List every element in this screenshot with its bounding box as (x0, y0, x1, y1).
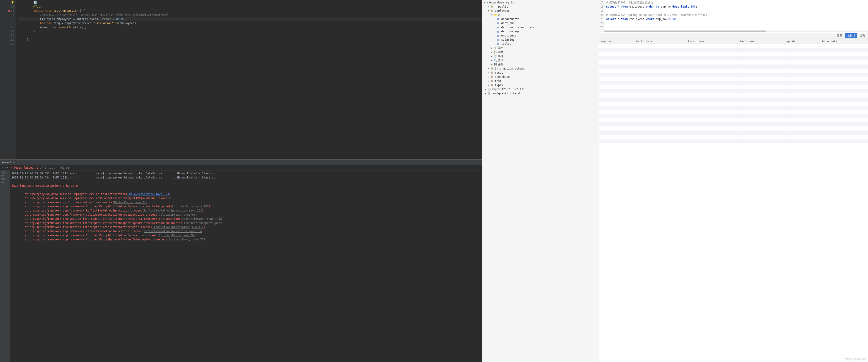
table-row[interactable] (599, 48, 868, 52)
table-icon: ▦ (497, 42, 500, 46)
code-lines[interactable]: 🔄 @Test public void testTransaction() { … (19, 0, 482, 159)
tests-failed-label: Tests failed: 1 (13, 166, 38, 169)
table-row[interactable] (599, 97, 868, 102)
table-row[interactable] (599, 69, 868, 73)
table-row[interactable] (599, 106, 868, 110)
gear-icon[interactable]: ⚙ (6, 166, 9, 169)
table-row[interactable] (599, 64, 868, 69)
table-row[interactable] (599, 135, 868, 139)
db-explorer[interactable]: ▼ ▮ OceanBase_Mq_t1 ▶🛢__public▼🛢employee… (482, 0, 599, 362)
table-row[interactable] (599, 126, 868, 130)
tree-item[interactable]: ▼🛢employees (483, 9, 598, 13)
connection-root[interactable]: ▼ ▮ OceanBase_Mq_t1 (483, 0, 598, 5)
tree-item[interactable]: ▼📁表 (483, 13, 598, 17)
tree-item[interactable]: ▦salaries (483, 38, 598, 42)
table-icon: ▦ (497, 22, 500, 25)
table-row[interactable] (599, 85, 868, 89)
line-number: 96 (11, 9, 14, 13)
result-grid[interactable]: emp_nobirth_datefirst_namelast_namegende… (599, 39, 868, 362)
sql-scrollbar[interactable] (599, 31, 868, 32)
tree-item[interactable]: ▶🔍查询 (483, 58, 598, 62)
table-row[interactable] (599, 77, 868, 81)
column-header[interactable]: last_name (738, 39, 785, 44)
line-number: 95 (11, 5, 14, 9)
db-icon: 🛢 (491, 79, 494, 83)
tree-item[interactable]: ▶🕑事件 (483, 54, 598, 58)
fold-column[interactable] (16, 0, 19, 159)
tree-item[interactable]: ▦titles (483, 42, 598, 46)
tree-item[interactable]: ▶⚪zypcy_120.25.192.171 (483, 87, 598, 91)
table-row[interactable] (599, 89, 868, 93)
tree-item[interactable]: ▶💾备份 (483, 62, 598, 66)
test-tree-sidebar[interactable]: 761 ms 761 ms (0, 171, 10, 362)
table-row[interactable] (599, 139, 868, 143)
column-header[interactable]: hire_date (820, 39, 868, 44)
result-tabs: 信息 结果 1 状态 (599, 33, 868, 39)
tree-item[interactable]: ▶🛢mysql (483, 71, 598, 75)
tree-label: 事件 (498, 54, 503, 58)
table-icon: ▦ (497, 38, 500, 41)
tree-item[interactable]: ▶🛢__public (483, 5, 598, 9)
tree-label: employees (495, 9, 510, 12)
tree-item[interactable]: ▶🛢information_schema (483, 66, 598, 71)
tree-item[interactable]: ▦dept_emp (483, 21, 598, 25)
close-icon[interactable]: × (18, 161, 20, 164)
expand-icon[interactable]: ⤢ (1, 166, 5, 169)
tree-item[interactable]: ▦dept_manager (483, 29, 598, 33)
tree-label: zypcy_120.25.192.171 (492, 88, 525, 91)
console-output[interactable]: 2024-02-23 20:05:38.355 INFO 1112 --- [ … (10, 171, 482, 362)
tree-label: oceanbase (495, 75, 510, 79)
run-header: ⤢ ⚙ ⊘ Tests failed: 1 of 1 test – 761 ms (0, 165, 482, 171)
tree-label: 视图 (498, 46, 503, 50)
tree-label: dept_emp_latest_date (501, 26, 534, 29)
table-row[interactable] (599, 44, 868, 48)
tree-item[interactable]: ▶👁视图 (483, 46, 598, 50)
column-header[interactable]: emp_no (599, 39, 634, 44)
bulb-icon[interactable]: 💡 (11, 0, 14, 5)
table-row[interactable] (599, 52, 868, 56)
table-row[interactable] (599, 122, 868, 126)
code-editor[interactable]: 💡 95 96 97 98 99 100 101 102 103 104 🔄 @… (0, 0, 482, 159)
tab-result[interactable]: 结果 1 (845, 33, 857, 38)
line-number: 104 (9, 42, 14, 46)
table-row[interactable] (599, 102, 868, 106)
tree-label: 备份 (498, 63, 503, 66)
tree-item[interactable]: ▶🐘postgres-flink-cdc (483, 91, 598, 95)
column-header[interactable]: birth_date (634, 39, 686, 44)
tree-item[interactable]: ▦departments (483, 17, 598, 21)
breakpoint-icon[interactable] (8, 10, 10, 12)
line-gutter: 💡 95 96 97 98 99 100 101 102 103 104 (0, 0, 16, 159)
column-header[interactable]: first_name (686, 39, 738, 44)
table-row[interactable] (599, 93, 868, 97)
tree-item[interactable]: ▶🛢oceanbase (483, 75, 598, 79)
run-tab[interactable]: ansaction (1, 161, 16, 164)
tree-item[interactable]: ▶🛢test (483, 79, 598, 83)
tree-item[interactable]: ▦dept_emp_latest_date (483, 25, 598, 29)
table-row[interactable] (599, 130, 868, 135)
sql-editor[interactable]: 17181920212223 # 查询最新100，看批量新增是否成功select… (599, 0, 868, 30)
tree-item[interactable]: ▦employees (483, 33, 598, 38)
tab-status[interactable]: 状态 (858, 33, 867, 38)
line-number: 100 (9, 25, 14, 29)
sql-lines[interactable]: # 查询最新100，看批量新增是否成功select * from employe… (605, 0, 868, 30)
tab-info[interactable]: 信息 (835, 33, 844, 38)
table-row[interactable] (599, 110, 868, 114)
watermark: CSDN @闪耀的瞬间 (844, 358, 867, 361)
tree-label: titles (501, 42, 511, 46)
table-row[interactable] (599, 114, 868, 118)
table-row[interactable] (599, 56, 868, 60)
table-row[interactable] (599, 60, 868, 64)
tree-item[interactable]: ▶ƒx函数 (483, 50, 598, 54)
table-row[interactable] (599, 81, 868, 85)
db-icon: 🛢 (491, 67, 494, 70)
sql-gutter: 17181920212223 (599, 0, 605, 30)
tree-item[interactable]: ▶🛢zypcy (483, 83, 598, 87)
duration-badge: 761 ms (0, 178, 10, 184)
tree-label: postgres-flink-cdc (492, 92, 521, 95)
table-row[interactable] (599, 73, 868, 77)
column-header[interactable]: gender (785, 39, 820, 44)
tree-label: salaries (501, 38, 515, 41)
table-row[interactable] (599, 118, 868, 122)
tree-label: dept_emp (501, 22, 515, 25)
search-icon: 🔍 (494, 59, 497, 62)
